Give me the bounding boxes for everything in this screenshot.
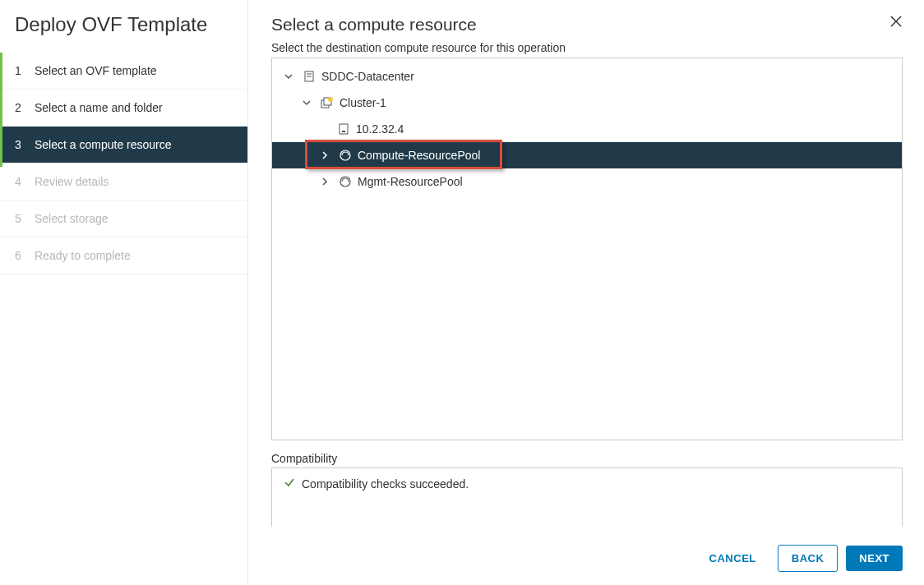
step-1[interactable]: 1 Select an OVF template (0, 53, 247, 90)
resource-pool-icon (338, 150, 353, 161)
tree-label: 10.2.32.4 (356, 122, 404, 136)
wizard-sidebar: Deploy OVF Template 1 Select an OVF temp… (0, 0, 248, 585)
next-button[interactable]: NEXT (846, 546, 903, 571)
datacenter-icon (302, 71, 316, 82)
compatibility-status: Compatibility checks succeeded. (284, 477, 890, 491)
step-progress-bar (0, 53, 2, 167)
check-icon (284, 477, 295, 491)
svg-point-5 (328, 97, 333, 102)
cluster-icon (320, 97, 335, 108)
step-label: Review details (35, 175, 109, 188)
step-label: Select an OVF template (35, 64, 157, 77)
svg-rect-6 (340, 124, 348, 134)
svg-rect-7 (342, 131, 345, 132)
step-num: 3 (15, 138, 28, 151)
step-num: 2 (15, 101, 28, 114)
step-label: Select a name and folder (35, 101, 163, 114)
resource-tree[interactable]: SDDC-Datacenter Cluster-1 10.2.32.4 (271, 58, 903, 440)
step-2[interactable]: 2 Select a name and folder (0, 90, 247, 127)
host-icon (336, 123, 351, 135)
step-6: 6 Ready to complete (0, 237, 247, 274)
chevron-right-icon[interactable] (318, 151, 331, 159)
step-label: Select a compute resource (35, 138, 172, 151)
page-subtitle: Select the destination compute resource … (271, 41, 903, 54)
step-num: 6 (15, 249, 28, 262)
step-label: Ready to complete (35, 249, 131, 262)
page-title: Select a compute resource (271, 15, 903, 35)
step-num: 5 (15, 212, 28, 225)
back-button[interactable]: BACK (778, 545, 839, 572)
wizard-title: Deploy OVF Template (0, 13, 247, 53)
tree-row-mgmt-pool[interactable]: Mgmt-ResourcePool (272, 168, 902, 195)
wizard-steps: 1 Select an OVF template 2 Select a name… (0, 53, 247, 274)
step-4: 4 Review details (0, 164, 247, 200)
tree-row-host[interactable]: 10.2.32.4 (272, 116, 902, 142)
close-icon[interactable] (889, 13, 903, 31)
resource-pool-icon (338, 176, 353, 187)
cancel-button[interactable]: CANCEL (696, 546, 769, 571)
compatibility-box: Compatibility checks succeeded. (271, 468, 903, 527)
tree-row-cluster[interactable]: Cluster-1 (272, 90, 902, 116)
chevron-down-icon[interactable] (300, 99, 313, 107)
compatibility-message: Compatibility checks succeeded. (302, 477, 469, 491)
wizard-container: Deploy OVF Template 1 Select an OVF temp… (0, 0, 924, 585)
step-5: 5 Select storage (0, 200, 247, 237)
step-num: 1 (15, 64, 28, 77)
step-3[interactable]: 3 Select a compute resource (0, 127, 247, 164)
chevron-right-icon[interactable] (318, 177, 331, 186)
tree-row-datacenter[interactable]: SDDC-Datacenter (272, 63, 902, 90)
step-label: Select storage (35, 212, 109, 225)
tree-label: Compute-ResourcePool (358, 149, 480, 162)
main-panel: Select a compute resource Select the des… (248, 0, 924, 585)
tree-label: Mgmt-ResourcePool (358, 175, 463, 188)
compatibility-label: Compatibility (271, 452, 903, 465)
tree-label: Cluster-1 (340, 96, 386, 109)
tree-row-compute-pool[interactable]: Compute-ResourcePool (272, 142, 902, 168)
wizard-footer: CANCEL BACK NEXT (271, 527, 903, 572)
tree-label: SDDC-Datacenter (321, 70, 414, 83)
chevron-down-icon[interactable] (282, 72, 295, 81)
step-num: 4 (15, 175, 28, 188)
